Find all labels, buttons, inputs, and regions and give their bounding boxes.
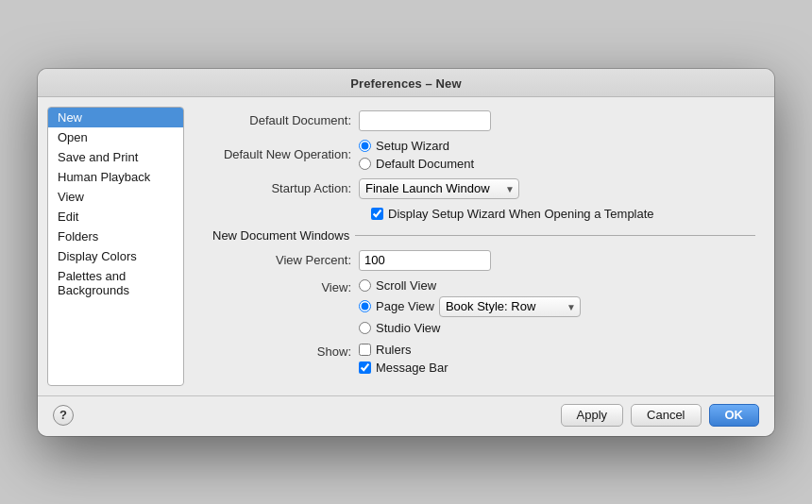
default-document-radio-row: Default Document	[359, 157, 474, 171]
dialog-title: Preferences – New	[38, 69, 774, 97]
view-percent-label: View Percent:	[203, 253, 359, 267]
default-document-row: Default Document:	[203, 110, 755, 131]
rulers-checkbox[interactable]	[359, 344, 371, 356]
default-new-operation-control: Setup Wizard Default Document	[359, 139, 474, 171]
dialog-body: New Open Save and Print Human Playback V…	[38, 97, 774, 395]
display-setup-wizard-label: Display Setup Wizard When Opening a Temp…	[388, 207, 654, 221]
startup-action-row: Startup Action: Finale Launch Window Non…	[203, 178, 755, 199]
default-document-control	[359, 110, 491, 131]
sidebar-item-open[interactable]: Open	[48, 127, 183, 147]
sidebar-item-display-colors[interactable]: Display Colors	[48, 246, 183, 266]
default-new-operation-row: Default New Operation: Setup Wizard Defa…	[203, 139, 755, 171]
preferences-dialog: Preferences – New New Open Save and Prin…	[38, 69, 774, 436]
page-view-style-wrapper: Book Style: Row Book Style: Column Singl…	[439, 296, 581, 317]
setup-wizard-label: Setup Wizard	[376, 139, 449, 153]
sidebar-item-save-and-print[interactable]: Save and Print	[48, 147, 183, 167]
footer-left: ?	[53, 405, 553, 426]
dialog-footer: ? Apply Cancel OK	[38, 395, 774, 436]
startup-action-control: Finale Launch Window None New Document O…	[359, 178, 519, 199]
display-setup-wizard-checkbox[interactable]	[371, 208, 383, 220]
show-checkboxes: Rulers Message Bar	[359, 343, 448, 375]
sidebar-item-palettes-and-backgrounds[interactable]: Palettes and Backgrounds	[48, 266, 183, 300]
default-document-radio[interactable]	[359, 158, 371, 170]
scroll-view-radio[interactable]	[359, 279, 371, 292]
startup-action-select[interactable]: Finale Launch Window None New Document O…	[359, 178, 519, 199]
setup-wizard-row: Setup Wizard	[359, 139, 474, 153]
default-document-label: Default Document:	[203, 113, 359, 127]
view-percent-input[interactable]	[359, 250, 491, 271]
rulers-label: Rulers	[376, 343, 412, 357]
default-document-radio-label: Default Document	[376, 157, 474, 171]
page-view-style-select[interactable]: Book Style: Row Book Style: Column Singl…	[439, 296, 581, 317]
show-row: Show: Rulers Message Bar	[203, 343, 755, 375]
default-new-operation-radios: Setup Wizard Default Document	[359, 139, 474, 171]
display-setup-wizard-row: Display Setup Wizard When Opening a Temp…	[371, 207, 755, 221]
sidebar: New Open Save and Print Human Playback V…	[47, 107, 184, 386]
sidebar-item-edit[interactable]: Edit	[48, 207, 183, 227]
page-view-radio[interactable]	[359, 300, 371, 312]
new-document-windows-label: New Document Windows	[212, 228, 349, 243]
studio-view-label: Studio View	[376, 321, 440, 335]
setup-wizard-radio[interactable]	[359, 140, 371, 152]
sidebar-item-view[interactable]: View	[48, 187, 183, 207]
view-radios: Scroll View Page View Book Style: Row Bo…	[359, 278, 581, 335]
message-bar-row: Message Bar	[359, 361, 448, 375]
help-button[interactable]: ?	[53, 405, 74, 426]
scroll-view-row: Scroll View	[359, 278, 581, 293]
new-document-windows-section: New Document Windows	[212, 228, 755, 243]
apply-button[interactable]: Apply	[561, 404, 624, 427]
cancel-button[interactable]: Cancel	[631, 404, 701, 427]
studio-view-row: Studio View	[359, 321, 581, 335]
default-document-input[interactable]	[359, 110, 491, 131]
message-bar-checkbox[interactable]	[359, 361, 371, 374]
ok-button[interactable]: OK	[709, 404, 760, 427]
view-control: Scroll View Page View Book Style: Row Bo…	[359, 278, 581, 335]
message-bar-label: Message Bar	[376, 361, 448, 375]
scroll-view-label: Scroll View	[376, 278, 436, 293]
rulers-row: Rulers	[359, 343, 448, 357]
page-view-row: Page View Book Style: Row Book Style: Co…	[359, 296, 581, 317]
view-label: View:	[203, 278, 359, 294]
page-view-label: Page View	[376, 299, 434, 313]
sidebar-item-folders[interactable]: Folders	[48, 227, 183, 246]
default-new-operation-label: Default New Operation:	[203, 147, 359, 161]
view-percent-row: View Percent:	[203, 250, 755, 271]
sidebar-item-new[interactable]: New	[48, 108, 183, 127]
show-label: Show:	[203, 343, 359, 359]
sidebar-item-human-playback[interactable]: Human Playback	[48, 167, 183, 187]
startup-action-select-wrapper: Finale Launch Window None New Document O…	[359, 178, 519, 199]
studio-view-radio[interactable]	[359, 322, 371, 334]
view-row: View: Scroll View Page View Book	[203, 278, 755, 335]
content-area: Default Document: Default New Operation:…	[194, 107, 765, 386]
show-control: Rulers Message Bar	[359, 343, 448, 375]
view-percent-control	[359, 250, 491, 271]
startup-action-label: Startup Action:	[203, 181, 359, 195]
